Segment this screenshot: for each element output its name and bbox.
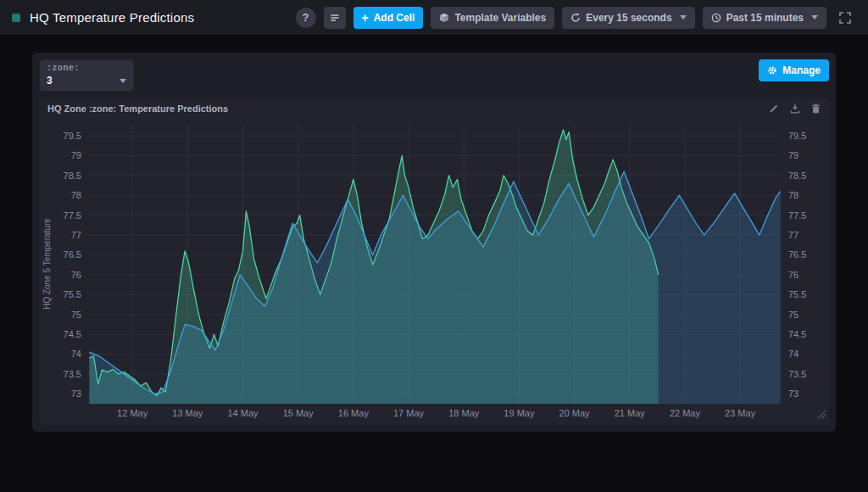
svg-text:16 May: 16 May	[338, 408, 370, 418]
svg-text:18 May: 18 May	[448, 408, 480, 418]
svg-text:74: 74	[71, 349, 81, 359]
svg-text:79: 79	[71, 150, 81, 160]
cube-icon	[439, 13, 449, 23]
svg-text:22 May: 22 May	[670, 408, 701, 418]
cell-context-icons	[769, 103, 821, 114]
svg-text:19 May: 19 May	[504, 408, 535, 418]
refresh-icon	[570, 13, 581, 23]
variable-name-label: :zone:	[47, 64, 126, 73]
chevron-down-icon	[811, 15, 818, 20]
svg-text:75.5: 75.5	[788, 289, 806, 299]
svg-text:79.5: 79.5	[788, 131, 806, 141]
dashboard-header: HQ Temperature Predictions ? + Add Cell …	[0, 0, 868, 36]
trash-icon	[811, 103, 821, 114]
cell-title: HQ Zone :zone: Temperature Predictions	[47, 103, 228, 114]
svg-text:77: 77	[71, 230, 81, 240]
graph-tips-button[interactable]	[324, 7, 346, 29]
svg-text:15 May: 15 May	[283, 408, 314, 418]
add-cell-label: Add Cell	[374, 12, 415, 24]
clock-icon	[711, 13, 721, 23]
svg-text:76: 76	[71, 270, 81, 280]
chevron-down-icon	[680, 15, 687, 20]
question-icon: ?	[303, 11, 309, 24]
help-button[interactable]: ?	[296, 8, 316, 28]
svg-text:78: 78	[71, 190, 81, 200]
edit-cell-button[interactable]	[769, 103, 779, 114]
svg-text:77.5: 77.5	[64, 210, 81, 221]
template-variable-zone-dropdown[interactable]: :zone: 3	[39, 59, 134, 92]
list-icon	[330, 13, 340, 23]
app-logo-icon	[12, 14, 20, 22]
svg-text:75: 75	[71, 310, 81, 320]
svg-text:73.5: 73.5	[788, 369, 806, 379]
time-range-value: Past 15 minutes	[726, 12, 804, 24]
svg-text:73: 73	[71, 389, 81, 399]
add-cell-button[interactable]: + Add Cell	[353, 7, 424, 29]
svg-text:74.5: 74.5	[788, 329, 806, 339]
cell-resize-handle[interactable]	[817, 407, 826, 422]
dashboard-cell: HQ Zone :zone: Temperature Predictions	[39, 98, 829, 425]
svg-text:23 May: 23 May	[725, 408, 756, 418]
plus-icon: +	[362, 12, 369, 24]
svg-text:76.5: 76.5	[788, 249, 806, 260]
svg-text:HQ Zone 5 Temperature: HQ Zone 5 Temperature	[42, 218, 52, 310]
svg-text:75: 75	[788, 310, 798, 320]
resize-grip-icon	[817, 410, 826, 419]
variable-selected-value: 3	[47, 75, 53, 87]
svg-text:77.5: 77.5	[788, 210, 806, 221]
svg-text:17 May: 17 May	[393, 408, 425, 418]
manage-label: Manage	[782, 64, 821, 76]
download-icon	[790, 103, 800, 114]
template-variables-bar: :zone: 3 Manage	[39, 59, 829, 92]
svg-text:78.5: 78.5	[788, 171, 806, 181]
svg-text:20 May: 20 May	[559, 408, 591, 418]
pencil-icon	[769, 103, 779, 114]
svg-text:21 May: 21 May	[615, 408, 646, 418]
template-variables-button[interactable]: Template Variables	[431, 7, 554, 29]
svg-text:76: 76	[788, 270, 798, 280]
presentation-mode-button[interactable]	[834, 7, 856, 29]
svg-text:79.5: 79.5	[64, 131, 81, 141]
svg-text:78: 78	[788, 190, 798, 200]
svg-text:73.5: 73.5	[64, 369, 81, 379]
fullscreen-icon	[839, 12, 851, 24]
download-csv-button[interactable]	[790, 103, 800, 114]
dashboard-body: :zone: 3 Manage HQ Zone :zone: Temperatu…	[32, 53, 836, 432]
svg-text:12 May: 12 May	[117, 408, 148, 418]
autorefresh-value: Every 15 seconds	[586, 12, 671, 24]
time-range-dropdown[interactable]: Past 15 minutes	[703, 7, 826, 29]
svg-text:75.5: 75.5	[64, 289, 81, 299]
svg-text:76.5: 76.5	[64, 249, 81, 260]
manage-variables-button[interactable]: Manage	[759, 59, 829, 81]
delete-cell-button[interactable]	[811, 103, 821, 114]
svg-text:74: 74	[788, 349, 798, 359]
autorefresh-dropdown[interactable]: Every 15 seconds	[562, 7, 694, 29]
temperature-chart[interactable]: 737373.573.5747474.574.5757575.575.57676…	[39, 119, 829, 422]
chevron-down-icon	[120, 79, 126, 83]
svg-text:13 May: 13 May	[172, 408, 203, 418]
svg-text:14 May: 14 May	[227, 408, 259, 418]
svg-text:74.5: 74.5	[64, 329, 81, 339]
dashboard-title: HQ Temperature Predictions	[30, 10, 194, 25]
svg-text:79: 79	[788, 150, 798, 160]
svg-text:77: 77	[788, 230, 798, 240]
svg-text:73: 73	[788, 389, 798, 399]
svg-text:78.5: 78.5	[64, 171, 81, 181]
template-variables-label: Template Variables	[454, 12, 546, 24]
gear-icon	[767, 65, 777, 75]
cell-header: HQ Zone :zone: Temperature Predictions	[39, 98, 829, 119]
